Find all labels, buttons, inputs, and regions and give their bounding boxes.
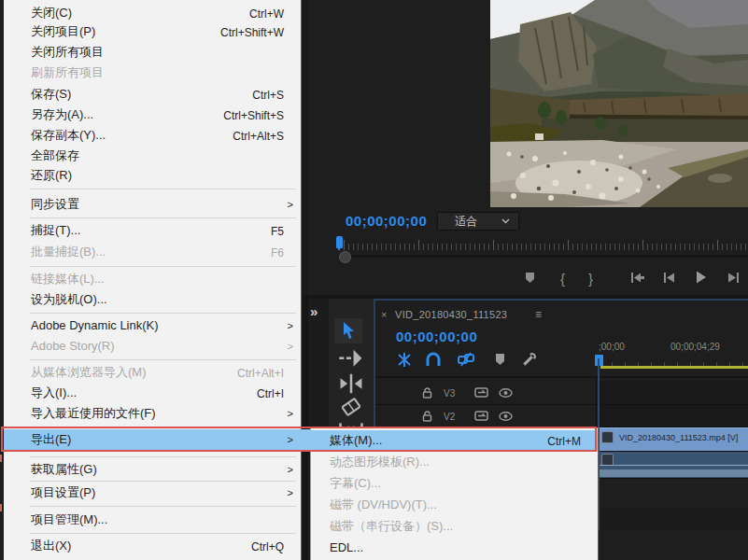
track-select-tool[interactable] [338, 348, 364, 371]
mark-out-icon[interactable]: } [588, 271, 593, 287]
file-menu-item-close-project[interactable]: 关闭项目(P)Ctrl+Shift+W [4, 21, 301, 42]
file-menu-item-export[interactable]: 导出(E)> [4, 429, 301, 450]
snap-magnet-icon[interactable] [425, 352, 442, 367]
timeline-panel-menu-icon[interactable]: ≡ [535, 308, 542, 321]
file-menu-item-label: 项目设置(P) [31, 483, 95, 503]
audio-clip-a1[interactable] [599, 452, 748, 479]
timeline-header-divider [375, 376, 748, 378]
v3-track-label[interactable]: V3 [444, 388, 455, 399]
nest-sequence-icon[interactable] [397, 353, 412, 367]
v2-sync-lock-icon[interactable] [474, 411, 488, 421]
export-submenu-item-tape-serial-device[interactable]: 磁带（串行设备）(S)... [311, 516, 598, 537]
file-menu-item-save-copy[interactable]: 保存副本(Y)...Ctrl+Alt+S [4, 125, 301, 146]
export-submenu-item-captions[interactable]: 字幕(C)... [311, 473, 598, 494]
export-submenu-item-tape-dv-hdv[interactable]: 磁带 (DV/HDV)(T)... [311, 495, 598, 515]
file-menu-item-label: Adobe Dynamic Link(K) [31, 315, 159, 336]
file-menu-item-revert[interactable]: 还原(R) [4, 165, 301, 186]
video-preview [490, 0, 748, 207]
file-menu-item-exit[interactable]: 退出(X)Ctrl+Q [4, 536, 301, 556]
monitor-scrollbar[interactable] [344, 255, 748, 258]
monitor-playhead[interactable] [336, 236, 343, 248]
step-back-icon[interactable] [663, 273, 675, 283]
selection-tool[interactable] [334, 318, 362, 343]
timeline-tab-close-icon[interactable]: × [381, 309, 387, 320]
v3-lock-icon[interactable] [422, 387, 432, 399]
file-menu-item-link-media[interactable]: 链接媒体(L)... [4, 269, 301, 289]
v2-track-label[interactable]: V2 [444, 412, 455, 422]
file-menu-item-save-as[interactable]: 另存为(A)...Ctrl+Shift+S [4, 105, 301, 125]
file-menu-item-sync-settings[interactable]: 同步设置> [4, 194, 301, 215]
export-submenu-item-label: 磁带（串行设备）(S)... [330, 516, 453, 537]
export-submenu-item-label: 媒体(M)... [330, 430, 382, 451]
file-menu-item-close-all-projects[interactable]: 关闭所有项目 [4, 42, 301, 63]
timeline-tab-title[interactable]: VID_20180430_111523 [395, 309, 507, 320]
ruler-label-0: ;00;00 [599, 342, 625, 352]
ruler-label-5s: 00;00;04;29 [670, 342, 720, 352]
file-menu-item-shortcut: F5 [271, 221, 284, 242]
file-menu-item-import[interactable]: 导入(I)...Ctrl+I [4, 383, 301, 403]
submenu-arrow-icon: > [288, 459, 293, 480]
panel-gutter [301, 0, 308, 295]
v2-eye-icon[interactable] [499, 412, 513, 421]
file-menu-item-label: 保存(S) [31, 84, 71, 105]
v3-sync-lock-icon[interactable] [474, 387, 488, 398]
file-menu-item-get-properties[interactable]: 获取属性(G)> [4, 459, 301, 480]
file-menu-item-refresh-all-projects[interactable]: 刷新所有项目 [4, 63, 301, 83]
step-forward-icon[interactable] [727, 273, 740, 283]
file-menu-item-make-offline[interactable]: 设为脱机(O)... [4, 289, 301, 310]
file-menu-item-label: 批量捕捉(B)... [31, 242, 106, 262]
export-submenu-item-motion-graphics-template[interactable]: 动态图形模板(R)... [311, 452, 598, 472]
timeline-marker-icon[interactable] [494, 353, 506, 366]
export-submenu-item-edl[interactable]: EDL... [311, 538, 598, 558]
play-icon[interactable] [696, 271, 707, 284]
left-edge-red-mark [0, 504, 2, 511]
v2-lock-icon[interactable] [422, 411, 432, 422]
file-menu-item-adobe-story[interactable]: Adobe Story(R)> [4, 336, 301, 357]
mark-in-icon[interactable]: { [560, 271, 565, 287]
file-menu-item-capture[interactable]: 捕捉(T)...F5 [4, 220, 301, 241]
monitor-timecode[interactable]: 00;00;00;00 [346, 213, 448, 230]
file-menu-item-adobe-dynamic-link[interactable]: Adobe Dynamic Link(K)> [4, 315, 301, 336]
file-menu-item-project-settings[interactable]: 项目设置(P)> [4, 483, 301, 503]
file-menu-item-save[interactable]: 保存(S)Ctrl+S [4, 84, 301, 105]
submenu-arrow-icon: > [288, 315, 293, 336]
file-menu-item-shortcut: Ctrl+Q [251, 537, 284, 557]
file-menu-item-batch-capture[interactable]: 批量捕捉(B)...F6 [4, 242, 301, 262]
file-menu-item-shortcut: Ctrl+Shift+S [223, 105, 284, 126]
menu-separator [30, 533, 296, 534]
timeline-settings-wrench-icon[interactable] [521, 351, 538, 368]
linked-selection-icon[interactable] [458, 352, 474, 367]
video-clip-v1[interactable]: VID_20180430_111523.mp4 [V] [599, 427, 748, 452]
file-menu-item-import-recent-file[interactable]: 导入最近使用的文件(F)> [4, 403, 301, 424]
menu-separator [30, 359, 296, 360]
file-menu: 关闭(C)Ctrl+W关闭项目(P)Ctrl+Shift+W关闭所有项目刷新所有… [4, 0, 302, 560]
monitor-scrollbar-knob[interactable] [339, 251, 351, 263]
file-menu-item-save-all[interactable]: 全部保存 [4, 146, 301, 166]
file-menu-item-label: 设为脱机(O)... [31, 289, 107, 310]
export-submenu: 媒体(M)...Ctrl+M动态图形模板(R)...字幕(C)...磁带 (DV… [310, 427, 599, 560]
export-submenu-item-label: 动态图形模板(R)... [330, 452, 430, 472]
fit-dropdown[interactable]: 适合 [437, 212, 519, 231]
v3-eye-icon[interactable] [499, 388, 513, 398]
file-menu-item-project-manager[interactable]: 项目管理(M)... [4, 510, 301, 530]
timeline-timecode[interactable]: 00;00;00;00 [396, 329, 477, 344]
go-to-in-icon[interactable] [630, 273, 645, 283]
menu-separator [30, 217, 296, 218]
razor-tool[interactable] [338, 396, 364, 418]
file-menu-item-import-from-media-browser[interactable]: 从媒体浏览器导入(M)Ctrl+Alt+I [4, 362, 301, 383]
file-menu-item-close[interactable]: 关闭(C)Ctrl+W [4, 3, 301, 23]
export-highlight-bridge-patch [300, 429, 311, 450]
submenu-arrow-icon: > [288, 336, 293, 357]
file-menu-item-label: 导出(E) [31, 429, 71, 450]
menu-separator [30, 481, 296, 482]
submenu-arrow-icon: > [288, 429, 293, 450]
add-marker-icon[interactable] [524, 272, 536, 284]
dock-expand-chevron[interactable]: » [310, 303, 316, 319]
ripple-edit-tool[interactable] [338, 372, 364, 395]
timeline-ruler-ticks[interactable] [599, 358, 748, 366]
audio-waveform-band [599, 469, 748, 477]
export-submenu-item-label: 字幕(C)... [330, 473, 381, 494]
audio-waveform-line [599, 465, 748, 466]
export-submenu-item-media[interactable]: 媒体(M)...Ctrl+M [311, 430, 598, 451]
menu-separator [30, 456, 296, 457]
